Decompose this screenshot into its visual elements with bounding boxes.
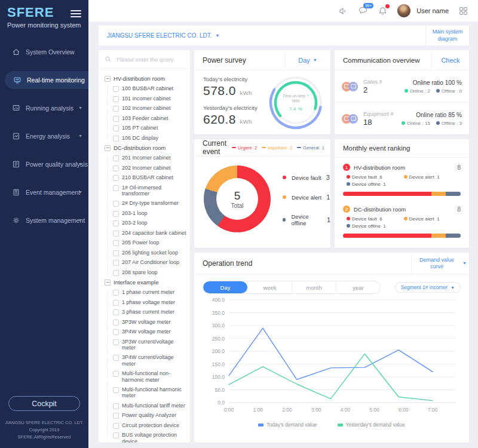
tree-item[interactable]: 1 phase voltage meter (113, 299, 186, 306)
tab-month[interactable]: month (292, 281, 336, 293)
bell-icon[interactable] (378, 6, 388, 16)
checkbox[interactable] (113, 423, 119, 429)
checkbox[interactable] (113, 339, 119, 345)
tree-item[interactable]: 3P4W voltage meter (113, 329, 186, 335)
tree-item[interactable]: 3P3W voltage meter (113, 319, 186, 326)
tree-item[interactable]: BUS voltage protection device (113, 432, 186, 443)
checkbox[interactable] (113, 240, 119, 246)
tree-item[interactable]: 201 Incomer cabinet (113, 155, 186, 161)
checkbox[interactable] (113, 309, 119, 315)
tree-item[interactable]: 3P4W current/voltage meter (113, 354, 186, 367)
collapse-icon[interactable] (105, 280, 111, 286)
company-selector[interactable]: JIANGSU SFERE ELECTRIC CO. LDT. ▼ (99, 26, 425, 45)
tree-item[interactable]: 207 Air Conditioner loop (113, 259, 186, 266)
tab-year[interactable]: year (336, 281, 380, 293)
segment-selector[interactable]: Segment 1# incomer ▼ (395, 282, 461, 293)
tree-group[interactable]: DC-distribution room (105, 145, 186, 151)
checkbox[interactable] (113, 329, 119, 335)
avatar[interactable] (397, 4, 410, 17)
checkbox[interactable] (113, 403, 119, 409)
tree-item[interactable]: Power quality Analyzer (113, 412, 186, 419)
checkbox[interactable] (113, 320, 119, 326)
tab-week[interactable]: week (247, 281, 292, 293)
checkbox[interactable] (113, 96, 119, 102)
curve-selector[interactable]: Demand value curve ▼ (411, 253, 469, 274)
main-system-diagram-link[interactable]: Main system diagram (425, 26, 469, 45)
tree-item[interactable]: 210 BUSBAR cabinet (113, 174, 186, 181)
speaker-icon[interactable] (338, 6, 348, 16)
tree-item[interactable]: Circuit protection device (113, 422, 186, 429)
checkbox[interactable] (113, 106, 119, 112)
period-selector[interactable]: Day ▼ (284, 50, 330, 70)
search-input[interactable] (115, 56, 184, 63)
checkbox[interactable] (113, 175, 119, 181)
collapse-icon[interactable] (105, 76, 111, 82)
tree-item[interactable]: 103 Feeder cabinet (113, 115, 186, 122)
tree-item[interactable]: 1# Oil-immersed transformer (113, 185, 186, 197)
tab-day[interactable]: Day (203, 281, 247, 293)
checkbox[interactable] (113, 290, 119, 296)
tree-item[interactable]: 105 PT cabinet (113, 125, 186, 131)
energy-icon (12, 132, 20, 140)
check-link[interactable]: Check (431, 50, 469, 70)
tree-item[interactable]: 3P3W current/voltage meter (113, 339, 186, 351)
sidebar-item-event-management[interactable]: Event management ▼ (0, 183, 88, 201)
checkbox[interactable] (113, 211, 119, 217)
checkbox[interactable] (113, 300, 119, 306)
checkbox[interactable] (113, 125, 119, 131)
checkbox[interactable] (113, 250, 119, 256)
menu-toggle-icon[interactable] (71, 8, 81, 19)
tree-item[interactable]: 203-2 loop (113, 220, 186, 226)
checkbox[interactable] (113, 86, 119, 92)
tree-group[interactable]: HV-distribution room (105, 75, 186, 82)
checkbox[interactable] (113, 136, 119, 142)
checkbox[interactable] (113, 260, 119, 266)
checkbox[interactable] (113, 413, 119, 419)
tree-item[interactable]: 102 Incomer cabinet (113, 105, 186, 112)
tree-item[interactable]: Multi-functional tariff meter (113, 403, 186, 409)
tree-item[interactable]: 3 phase current meter (113, 309, 186, 315)
checkbox[interactable] (113, 355, 119, 361)
checkbox[interactable] (113, 270, 119, 276)
sidebar-item-realtime-monitoring[interactable]: Real-time monitoring (5, 71, 88, 89)
tree-item[interactable]: 205 Power loop (113, 240, 186, 246)
checkbox[interactable] (113, 231, 119, 237)
tree-item[interactable]: Multi-functional non-harmonic meter (113, 370, 186, 383)
tree-item[interactable]: 101 Incomer cabinet (113, 96, 186, 102)
svg-text:0:00: 0:00 (224, 407, 234, 413)
sidebar-item-energy-analysis[interactable]: Energy analysis ▼ (0, 127, 88, 145)
tree-item[interactable]: 106 DC display (113, 135, 186, 142)
search-icon (105, 56, 112, 63)
checkbox[interactable] (113, 432, 119, 438)
messages-icon[interactable]: 99+ (358, 6, 368, 16)
checkbox[interactable] (113, 387, 119, 393)
apps-grid-icon[interactable] (458, 6, 468, 16)
tree-item[interactable]: 204 capacitor bank cabinet (113, 230, 186, 237)
tree-item[interactable]: 203-1 loop (113, 210, 186, 217)
tree-item[interactable]: 208 spare loop (113, 269, 186, 276)
tree-item[interactable]: 1 phase current meter (113, 289, 186, 296)
tree-item[interactable]: 2# Dry-type transformer (113, 200, 186, 207)
sidebar-item-running-analysis[interactable]: Running analysis ▼ (0, 99, 88, 117)
checkbox[interactable] (113, 220, 119, 226)
cockpit-button[interactable]: Cockpit (8, 396, 80, 411)
sidebar-item-power-quality-analysis[interactable]: Power quality analysis ▼ (0, 155, 88, 173)
checkbox[interactable] (113, 371, 119, 377)
checkbox[interactable] (113, 155, 119, 161)
tree-item[interactable]: 202 Incomer cabinet (113, 165, 186, 171)
tree-group[interactable]: Interface example (105, 279, 186, 286)
sidebar-item-system-overview[interactable]: System Overview (0, 43, 88, 61)
chevron-down-icon: ▼ (78, 190, 82, 194)
collapse-icon[interactable] (105, 145, 111, 151)
tree-item[interactable]: 206 lighting socket loop (113, 250, 186, 256)
checkbox[interactable] (113, 201, 119, 207)
offline-dot (436, 89, 440, 93)
sidebar-item-system-management[interactable]: System management ▼ (0, 211, 88, 229)
power-survey-card: Power survey Day ▼ Today's electricity 5… (194, 50, 330, 134)
tree-item[interactable]: Multi-functional harmonic meter (113, 386, 186, 399)
checkbox[interactable] (113, 116, 119, 122)
tree-item[interactable]: 100 BUSBAR cabinet (113, 85, 186, 92)
gateway-icons (342, 82, 358, 91)
checkbox[interactable] (113, 165, 119, 171)
checkbox[interactable] (113, 185, 119, 191)
